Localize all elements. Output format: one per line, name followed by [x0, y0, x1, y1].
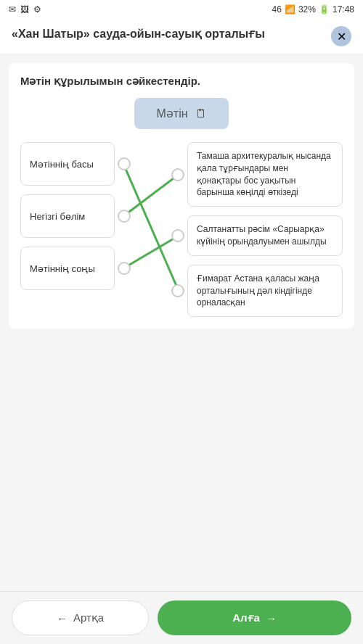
left-item-1[interactable]: Мәтіннің басы — [20, 142, 115, 186]
status-bar: ✉ 🖼 ⚙ 46 📶 32% 🔋 17:48 — [0, 0, 363, 19]
back-label: Артқа — [73, 611, 104, 624]
back-arrow-icon: ← — [57, 612, 68, 624]
matin-label: Мәтін — [156, 107, 187, 120]
close-button[interactable]: ✕ — [331, 26, 351, 46]
left-item-2[interactable]: Негізгі бөлім — [20, 194, 115, 238]
header-title: «Хан Шатыр» сауда-ойын-сауық орталығы — [12, 26, 325, 42]
signal-icon: 📶 — [285, 4, 295, 15]
dot-right-1[interactable] — [171, 168, 184, 181]
signal-strength: 46 — [272, 4, 282, 15]
svg-line-0 — [123, 164, 179, 291]
dot-left-1[interactable] — [118, 157, 131, 170]
dot-right-2[interactable] — [171, 229, 184, 242]
forward-label: Алға — [232, 611, 260, 624]
message-icon: ✉ — [9, 4, 16, 15]
forward-arrow-icon: → — [266, 612, 277, 624]
right-item-1[interactable]: Тамаша архитекуралық нысанда қала тұрғын… — [187, 142, 343, 207]
forward-button[interactable]: Алға → — [158, 600, 351, 635]
left-column: Мәтіннің басы Негізгі бөлім Мәтіннің соң… — [20, 142, 115, 317]
battery-level: 32% — [298, 4, 316, 15]
right-column: Тамаша архитекуралық нысанда қала тұрғын… — [187, 142, 343, 317]
main-content: Мәтін құрылымын сәйкестендір. Мәтін 🗒 Мә… — [9, 63, 354, 329]
image-icon: 🖼 — [20, 4, 29, 15]
matin-icon: 🗒 — [195, 107, 207, 120]
dot-left-2[interactable] — [118, 210, 131, 223]
matching-area: Мәтіннің басы Негізгі бөлім Мәтіннің соң… — [20, 142, 343, 317]
svg-line-1 — [123, 175, 179, 216]
right-item-3[interactable]: Ғимарат Астана қаласы жаңа орталығының д… — [187, 265, 343, 317]
status-left: ✉ 🖼 ⚙ — [9, 4, 41, 15]
settings-icon: ⚙ — [33, 4, 41, 15]
close-icon: ✕ — [337, 30, 346, 44]
connectors-column — [115, 142, 187, 317]
dot-right-3[interactable] — [171, 284, 184, 297]
left-item-3[interactable]: Мәтіннің соңы — [20, 247, 115, 290]
right-item-2[interactable]: Салтанатты рәсім «Сарыарқа» күйінің орын… — [187, 215, 343, 256]
back-button[interactable]: ← Артқа — [12, 600, 149, 635]
header: «Хан Шатыр» сауда-ойын-сауық орталығы ✕ — [0, 19, 363, 54]
matin-button[interactable]: Мәтін 🗒 — [134, 98, 228, 129]
svg-line-2 — [123, 236, 179, 268]
battery-icon: 🔋 — [319, 4, 330, 15]
status-right: 46 📶 32% 🔋 17:48 — [272, 4, 354, 15]
task-title: Мәтін құрылымын сәйкестендір. — [20, 75, 343, 88]
dot-left-3[interactable] — [118, 262, 131, 275]
bottom-navigation: ← Артқа Алға → — [0, 591, 363, 644]
time: 17:48 — [333, 4, 354, 15]
